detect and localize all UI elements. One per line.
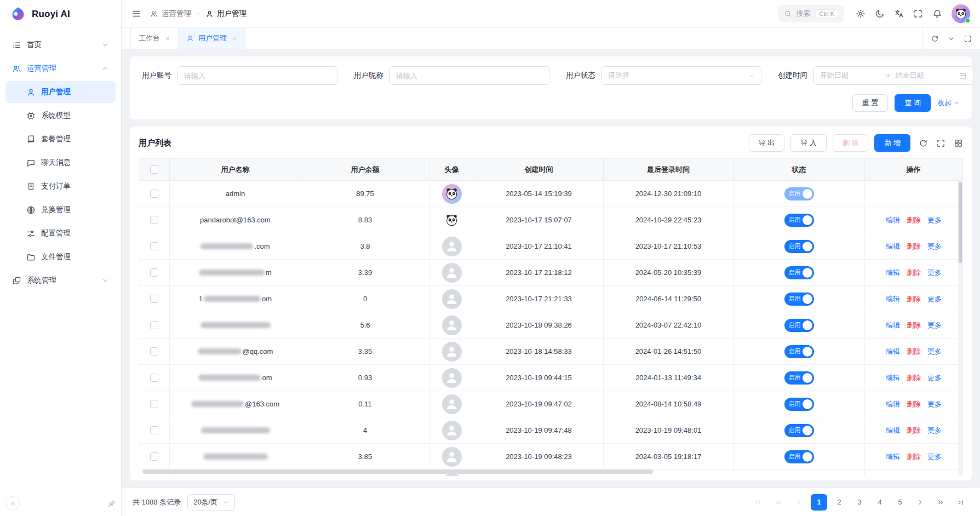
edit-link[interactable]: 编辑 xyxy=(886,242,900,251)
page-button-1[interactable]: 1 xyxy=(811,494,827,511)
delete-link[interactable]: 删除 xyxy=(907,452,921,462)
page-button-5[interactable]: 5 xyxy=(892,494,908,511)
status-toggle[interactable]: 启用 xyxy=(784,293,814,306)
row-checkbox[interactable] xyxy=(150,400,158,408)
refresh-tab-icon[interactable] xyxy=(931,35,939,43)
date-range-picker[interactable]: 开始日期 结束日期 xyxy=(813,66,973,85)
delete-link[interactable]: 删除 xyxy=(907,399,921,409)
more-link[interactable]: 更多 xyxy=(927,215,942,225)
delete-link[interactable]: 删除 xyxy=(907,320,921,330)
more-link[interactable]: 更多 xyxy=(927,347,942,357)
status-toggle[interactable]: 启用 xyxy=(784,266,814,279)
row-checkbox[interactable] xyxy=(150,347,158,356)
delete-link[interactable]: 删除 xyxy=(907,373,921,383)
last-page-button[interactable] xyxy=(953,494,969,511)
notifications-icon[interactable] xyxy=(932,9,942,19)
maximize-content-icon[interactable] xyxy=(964,35,972,43)
import-button[interactable]: 导 入 xyxy=(790,134,827,152)
row-checkbox[interactable] xyxy=(150,426,158,434)
edit-link[interactable]: 编辑 xyxy=(886,373,900,383)
first-page-button[interactable] xyxy=(750,494,766,511)
more-link[interactable]: 更多 xyxy=(927,320,942,330)
more-link[interactable]: 更多 xyxy=(927,426,942,435)
global-search[interactable]: 搜索 Ctrl K xyxy=(778,5,845,22)
brand[interactable]: Ruoyi AI xyxy=(0,0,121,28)
delete-link[interactable]: 删除 xyxy=(907,242,921,251)
edit-link[interactable]: 编辑 xyxy=(886,215,900,225)
sidebar-subitem-item[interactable]: 套餐管理 xyxy=(5,128,116,150)
more-link[interactable]: 更多 xyxy=(927,294,942,304)
sidebar-subitem-item[interactable]: 聊天消息 xyxy=(5,152,116,174)
row-checkbox[interactable] xyxy=(150,374,158,382)
sidebar-collapse-button[interactable] xyxy=(5,496,20,511)
dark-mode-icon[interactable] xyxy=(875,9,885,19)
status-toggle[interactable]: 启用 xyxy=(784,450,814,463)
status-toggle[interactable]: 启用 xyxy=(784,187,814,200)
sidebar-subitem-active[interactable]: 用户管理 xyxy=(5,81,116,103)
vertical-scrollbar-thumb[interactable] xyxy=(959,182,962,263)
collapse-filter-link[interactable]: 收起 xyxy=(937,98,960,108)
column-settings-icon[interactable] xyxy=(954,139,963,148)
sidebar-item-home[interactable]: 首页 xyxy=(5,34,116,56)
edit-link[interactable]: 编辑 xyxy=(886,347,900,357)
user-avatar[interactable] xyxy=(952,4,970,23)
jump-back-button[interactable] xyxy=(770,494,787,511)
tab-close-icon[interactable] xyxy=(164,36,170,42)
row-checkbox[interactable] xyxy=(150,268,158,277)
edit-link[interactable]: 编辑 xyxy=(886,399,900,409)
reset-button[interactable]: 重 置 xyxy=(852,94,889,112)
row-checkbox[interactable] xyxy=(150,321,158,329)
row-checkbox[interactable] xyxy=(150,242,158,250)
more-link[interactable]: 更多 xyxy=(927,268,942,278)
edit-link[interactable]: 编辑 xyxy=(886,268,900,278)
tab[interactable]: 工作台 xyxy=(130,28,179,49)
select-all-checkbox[interactable] xyxy=(150,165,158,174)
jump-forward-button[interactable] xyxy=(932,494,949,511)
delete-link[interactable]: 删除 xyxy=(907,294,921,304)
row-checkbox[interactable] xyxy=(150,190,158,198)
status-toggle[interactable]: 启用 xyxy=(784,398,814,411)
status-toggle[interactable]: 启用 xyxy=(784,214,814,227)
edit-link[interactable]: 编辑 xyxy=(886,452,900,462)
sidebar-subitem-item[interactable]: 配置管理 xyxy=(5,222,116,244)
delete-button[interactable]: 删 除 xyxy=(833,134,869,152)
delete-link[interactable]: 删除 xyxy=(907,426,921,435)
more-link[interactable]: 更多 xyxy=(927,452,942,462)
query-button[interactable]: 查 询 xyxy=(895,94,931,112)
nickname-input[interactable] xyxy=(396,72,543,80)
more-link[interactable]: 更多 xyxy=(927,373,942,383)
status-toggle[interactable]: 启用 xyxy=(784,371,814,385)
next-page-button[interactable] xyxy=(912,494,929,511)
sidebar-subitem-item[interactable]: 系统模型 xyxy=(5,105,116,127)
sidebar-subitem-item[interactable]: 文件管理 xyxy=(5,246,116,268)
row-checkbox[interactable] xyxy=(150,295,158,303)
status-select[interactable]: 请选择 xyxy=(601,66,761,85)
page-button-2[interactable]: 2 xyxy=(831,494,847,511)
edit-link[interactable]: 编辑 xyxy=(886,426,900,435)
more-link[interactable]: 更多 xyxy=(927,242,942,251)
tab[interactable]: 用户管理 xyxy=(179,28,245,49)
edit-link[interactable]: 编辑 xyxy=(886,320,900,330)
hamburger-icon[interactable] xyxy=(131,9,141,19)
page-button-3[interactable]: 3 xyxy=(851,494,868,511)
pin-icon[interactable] xyxy=(107,500,116,508)
account-input[interactable] xyxy=(184,72,331,80)
status-toggle[interactable]: 启用 xyxy=(784,319,814,332)
more-link[interactable]: 更多 xyxy=(927,399,942,409)
fullscreen-icon[interactable] xyxy=(913,9,923,19)
delete-link[interactable]: 删除 xyxy=(907,347,921,357)
row-checkbox[interactable] xyxy=(150,452,158,461)
tab-menu-chevron-icon[interactable] xyxy=(947,35,955,43)
status-toggle[interactable]: 启用 xyxy=(784,240,814,253)
delete-link[interactable]: 删除 xyxy=(907,268,921,278)
tab-close-icon[interactable] xyxy=(231,36,237,42)
language-icon[interactable] xyxy=(894,9,904,19)
edit-link[interactable]: 编辑 xyxy=(886,294,900,304)
breadcrumb-operations[interactable]: 运营管理 xyxy=(150,9,191,19)
status-toggle[interactable]: 启用 xyxy=(784,345,814,358)
row-checkbox[interactable] xyxy=(150,216,158,224)
sidebar-item-system[interactable]: 系统管理 xyxy=(5,270,116,291)
refresh-table-icon[interactable] xyxy=(919,139,928,148)
add-button[interactable]: 新 增 xyxy=(874,134,910,152)
sidebar-item-operations[interactable]: 运营管理 xyxy=(5,58,116,79)
